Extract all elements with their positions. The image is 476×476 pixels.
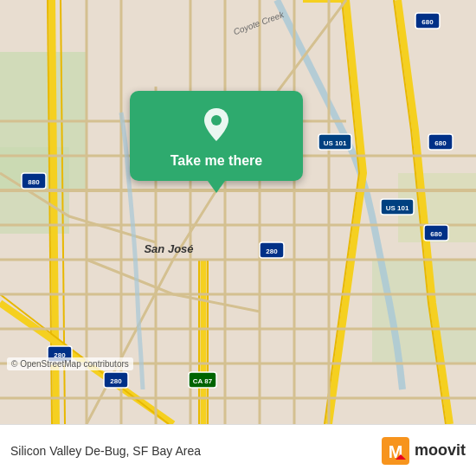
take-me-there-popup[interactable]: Take me there bbox=[121, 91, 312, 181]
moovit-text: moovit bbox=[415, 441, 466, 460]
location-pin-icon bbox=[196, 105, 237, 146]
svg-text:280: 280 bbox=[110, 377, 122, 385]
svg-text:CA 87: CA 87 bbox=[193, 377, 213, 385]
svg-text:680: 680 bbox=[430, 230, 442, 238]
map-attribution: © OpenStreetMap contributors bbox=[7, 357, 133, 370]
moovit-icon: M bbox=[382, 437, 409, 465]
map-view: 880 280 280 CA 87 280 US 101 US 101 680 … bbox=[0, 0, 476, 424]
destination-card[interactable]: Take me there bbox=[130, 91, 303, 181]
svg-text:US 101: US 101 bbox=[386, 204, 409, 212]
svg-point-44 bbox=[211, 115, 222, 125]
app-title: Silicon Valley De-Bug, SF Bay Area bbox=[10, 444, 201, 458]
svg-text:280: 280 bbox=[266, 248, 278, 255]
svg-text:San José: San José bbox=[144, 242, 193, 255]
take-me-there-button[interactable]: Take me there bbox=[170, 153, 262, 169]
bottom-bar: Silicon Valley De-Bug, SF Bay Area M moo… bbox=[0, 424, 476, 476]
svg-text:680: 680 bbox=[421, 18, 434, 26]
svg-text:680: 680 bbox=[434, 139, 447, 147]
moovit-logo: M moovit bbox=[382, 437, 466, 465]
svg-text:US 101: US 101 bbox=[324, 139, 347, 147]
svg-text:880: 880 bbox=[28, 178, 40, 186]
